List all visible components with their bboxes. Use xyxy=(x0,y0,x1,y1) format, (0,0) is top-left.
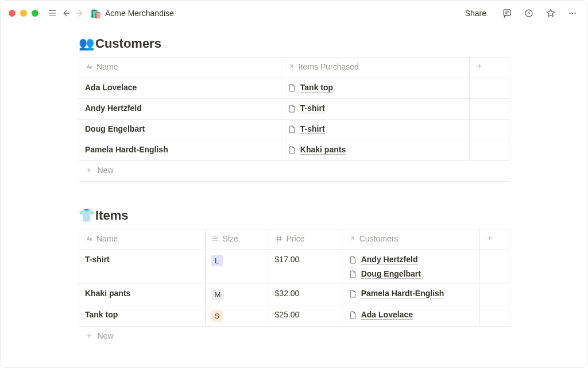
cell-empty[interactable] xyxy=(470,120,509,140)
back-button[interactable] xyxy=(59,6,73,20)
svg-rect-0 xyxy=(504,10,510,16)
updates-button[interactable] xyxy=(522,6,536,20)
relation-chip[interactable]: Tank top xyxy=(287,83,463,93)
hamburger-icon xyxy=(47,8,57,18)
column-header-customers[interactable]: Customers xyxy=(342,229,479,250)
cell-name[interactable]: Khaki pants xyxy=(79,284,206,305)
cell-items-purchased[interactable]: T-shirt xyxy=(281,120,469,140)
items-title[interactable]: 👕Items xyxy=(79,208,509,223)
table-row[interactable]: Ada LovelaceTank top xyxy=(79,78,509,99)
new-row-button[interactable]: New xyxy=(79,327,509,347)
column-header-size[interactable]: Size xyxy=(205,229,269,250)
column-header-items-purchased[interactable]: Items Purchased xyxy=(281,57,469,78)
cell-empty[interactable] xyxy=(480,305,509,327)
items-emoji: 👕 xyxy=(79,208,94,223)
cell-customers[interactable]: Pamela Hardt-English xyxy=(342,284,479,305)
plus-icon xyxy=(85,166,93,174)
minimize-window-button[interactable] xyxy=(20,10,27,17)
page-icon xyxy=(348,310,357,320)
cell-price[interactable]: $25.00 xyxy=(269,305,342,327)
cell-items-purchased[interactable]: T-shirt xyxy=(281,99,469,120)
cell-size[interactable]: L xyxy=(205,250,269,284)
relation-chip[interactable]: T-shirt xyxy=(287,103,463,113)
cell-name[interactable]: Doug Engelbart xyxy=(79,120,281,140)
items-database: 👕Items Name Size Price Customers xyxy=(79,208,509,347)
cell-name[interactable]: Andy Hertzfeld xyxy=(79,99,281,120)
comment-icon xyxy=(502,8,512,18)
column-header-name[interactable]: Name xyxy=(79,229,206,250)
clock-icon xyxy=(524,8,534,18)
plus-icon xyxy=(475,62,483,70)
plus-icon xyxy=(486,234,494,242)
relation-property-icon xyxy=(287,63,295,71)
new-row-button[interactable]: New xyxy=(79,161,509,182)
close-window-button[interactable] xyxy=(9,10,16,17)
relation-chip[interactable]: Andy Hertzfeld xyxy=(348,255,474,264)
table-row[interactable]: Andy HertzfeldT-shirt xyxy=(79,99,509,120)
cell-empty[interactable] xyxy=(480,250,509,284)
add-column-button[interactable] xyxy=(480,229,509,250)
cell-size[interactable]: M xyxy=(205,284,269,305)
cell-customers[interactable]: Andy HertzfeldDoug Engelbart xyxy=(342,250,479,284)
table-row[interactable]: T-shirtL$17.00Andy HertzfeldDoug Engelba… xyxy=(79,250,509,284)
plus-icon xyxy=(85,332,93,340)
customers-title[interactable]: 👥Customers xyxy=(79,36,509,51)
cell-name[interactable]: Ada Lovelace xyxy=(79,78,281,99)
more-button[interactable] xyxy=(566,6,579,20)
comments-button[interactable] xyxy=(500,6,514,20)
table-row[interactable]: Khaki pantsM$32.00Pamela Hardt-English xyxy=(79,284,509,305)
column-header-price[interactable]: Price xyxy=(269,229,342,250)
customers-database: 👥Customers Name Items Purchased Ada Love… xyxy=(79,36,509,182)
relation-chip[interactable]: Ada Lovelace xyxy=(348,310,474,320)
breadcrumb[interactable]: 🛍️ Acme Merchandise xyxy=(90,8,174,19)
cell-customers[interactable]: Ada Lovelace xyxy=(342,305,479,327)
star-icon xyxy=(546,8,556,18)
favorite-button[interactable] xyxy=(544,6,558,20)
cell-items-purchased[interactable]: Tank top xyxy=(281,78,469,99)
cell-name[interactable]: Tank top xyxy=(79,305,206,327)
cell-empty[interactable] xyxy=(470,140,509,161)
cell-empty[interactable] xyxy=(480,284,509,305)
table-row[interactable]: Doug EngelbartT-shirt xyxy=(79,120,509,140)
cell-items-purchased[interactable]: Khaki pants xyxy=(281,140,469,161)
arrow-right-icon xyxy=(75,8,85,18)
size-tag: L xyxy=(211,255,223,266)
maximize-window-button[interactable] xyxy=(32,10,38,17)
page-icon xyxy=(287,125,296,134)
svg-point-2 xyxy=(569,13,570,14)
add-column-button[interactable] xyxy=(470,57,509,78)
relation-chip[interactable]: Khaki pants xyxy=(287,145,463,155)
cell-empty[interactable] xyxy=(470,99,509,120)
cell-name[interactable]: T-shirt xyxy=(79,250,206,284)
relation-chip[interactable]: Doug Engelbart xyxy=(348,269,474,279)
text-property-icon xyxy=(85,63,93,71)
page-content: 👥Customers Name Items Purchased Ada Love… xyxy=(1,26,587,368)
column-header-name[interactable]: Name xyxy=(79,57,281,78)
page-icon xyxy=(348,255,357,264)
size-tag: S xyxy=(211,310,223,321)
page-icon xyxy=(287,104,296,113)
relation-chip[interactable]: Pamela Hardt-English xyxy=(348,289,474,298)
page-icon xyxy=(287,145,296,155)
topbar: 🛍️ Acme Merchandise Share xyxy=(1,1,587,26)
customers-table: Name Items Purchased Ada LovelaceTank to… xyxy=(79,57,509,182)
cell-price[interactable]: $17.00 xyxy=(269,250,342,284)
page-title: Acme Merchandise xyxy=(105,9,174,18)
table-row[interactable]: Pamela Hardt-EnglishKhaki pants xyxy=(79,140,509,161)
svg-point-3 xyxy=(572,13,573,14)
cell-size[interactable]: S xyxy=(205,305,269,327)
svg-point-7 xyxy=(212,240,212,240)
table-row[interactable]: Tank topS$25.00Ada Lovelace xyxy=(79,305,509,327)
relation-chip[interactable]: T-shirt xyxy=(287,124,463,134)
window-controls xyxy=(9,10,38,17)
text-property-icon xyxy=(85,235,93,243)
sidebar-toggle-button[interactable] xyxy=(45,6,59,20)
page-icon xyxy=(348,289,357,298)
cell-price[interactable]: $32.00 xyxy=(269,284,342,305)
cell-name[interactable]: Pamela Hardt-English xyxy=(79,140,281,161)
page-icon xyxy=(348,270,357,279)
select-property-icon xyxy=(211,235,219,243)
number-property-icon xyxy=(275,235,283,243)
cell-empty[interactable] xyxy=(470,78,509,99)
share-button[interactable]: Share xyxy=(465,9,486,18)
